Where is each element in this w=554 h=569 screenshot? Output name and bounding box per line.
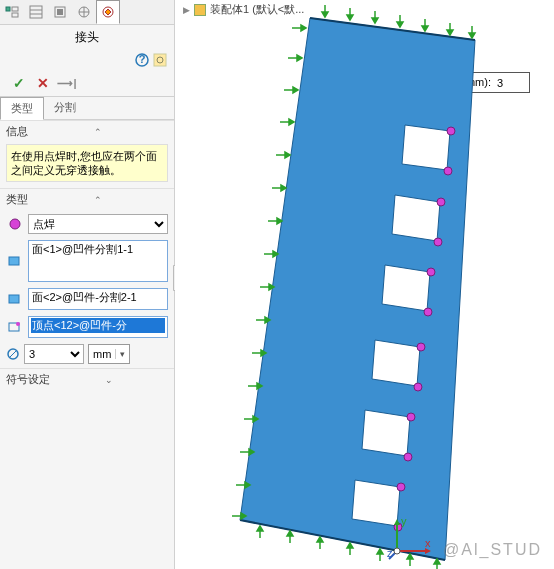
- svg-marker-91: [257, 526, 263, 531]
- spot-weld-icon: [6, 215, 24, 233]
- panel-title: 接头: [0, 25, 174, 50]
- vertex-listbox[interactable]: 顶点<12>@凹件-分: [28, 316, 168, 338]
- symbol-section-header[interactable]: 符号设定 ⌄: [0, 368, 174, 390]
- collapse-icon: ⌃: [94, 195, 102, 205]
- svg-marker-81: [372, 18, 378, 23]
- subtab-row: 类型 分割: [0, 97, 174, 120]
- type-section-label: 类型: [6, 192, 28, 207]
- tab-dimxpert[interactable]: [72, 0, 96, 24]
- options-icon[interactable]: [152, 52, 168, 68]
- axis-x-label: x: [425, 537, 431, 549]
- svg-marker-105: [394, 519, 400, 525]
- axis-z-label: z: [387, 547, 393, 559]
- svg-marker-53: [285, 152, 290, 158]
- svg-marker-29: [372, 340, 420, 386]
- svg-marker-28: [382, 265, 430, 311]
- svg-point-37: [424, 308, 432, 316]
- diameter-value-select[interactable]: 3: [24, 344, 84, 364]
- help-icon[interactable]: ?: [134, 52, 150, 68]
- subtab-type[interactable]: 类型: [0, 97, 44, 120]
- subtab-split[interactable]: 分割: [44, 97, 86, 119]
- svg-point-41: [404, 453, 412, 461]
- svg-text:?: ?: [139, 53, 146, 65]
- face-set1-icon: [6, 252, 24, 270]
- pin-button[interactable]: ⟶|: [58, 74, 76, 92]
- chevron-down-icon: ▾: [115, 349, 129, 359]
- tab-property-mgr[interactable]: [24, 0, 48, 24]
- connector-type-select[interactable]: 点焊: [28, 214, 168, 234]
- collapse-icon: ⌃: [94, 127, 102, 137]
- face-set1-listbox[interactable]: 面<1>@凹件分割1-1: [28, 240, 168, 282]
- svg-point-16: [10, 219, 20, 229]
- diameter-unit-select[interactable]: mm ▾: [88, 344, 130, 364]
- svg-point-20: [16, 322, 20, 326]
- svg-point-40: [407, 413, 415, 421]
- feature-manager-tabs: [0, 0, 174, 25]
- svg-rect-17: [9, 257, 19, 265]
- svg-marker-51: [289, 119, 294, 125]
- tab-simulation[interactable]: [96, 0, 120, 24]
- svg-point-39: [414, 383, 422, 391]
- svg-rect-7: [57, 9, 63, 15]
- expand-icon: ⌄: [105, 375, 113, 385]
- svg-marker-97: [347, 543, 353, 548]
- svg-marker-49: [293, 87, 298, 93]
- list-item[interactable]: 面<2>@凹件-分割2-1: [31, 290, 165, 305]
- ok-button[interactable]: ✓: [10, 74, 28, 92]
- type-section-body: 点焊 面<1>@凹件分割1-1 面<2>@凹件-分割2-1 顶点<12>@凹件-…: [0, 210, 174, 368]
- svg-point-35: [434, 238, 442, 246]
- svg-marker-87: [447, 30, 453, 35]
- svg-rect-14: [154, 54, 166, 66]
- svg-marker-79: [347, 15, 353, 20]
- tab-config-mgr[interactable]: [48, 0, 72, 24]
- svg-rect-2: [12, 13, 18, 17]
- type-section-header[interactable]: 类型 ⌃: [0, 188, 174, 210]
- svg-rect-0: [6, 7, 10, 11]
- svg-rect-18: [9, 295, 19, 303]
- svg-marker-95: [317, 537, 323, 542]
- svg-point-109: [394, 548, 400, 554]
- svg-marker-93: [287, 531, 293, 536]
- list-item[interactable]: 面<1>@凹件分割1-1: [31, 242, 165, 257]
- svg-marker-23: [240, 18, 475, 560]
- svg-marker-99: [377, 549, 383, 554]
- svg-point-32: [447, 127, 455, 135]
- list-item[interactable]: 顶点<12>@凹件-分: [31, 318, 165, 333]
- svg-marker-45: [301, 25, 306, 31]
- model-3d: [175, 0, 554, 569]
- property-panel: 接头 ? ✓ ✕ ⟶| 类型 分割 信息 ⌃ 在使用点焊时,您也应在两个面之间定…: [0, 0, 175, 569]
- svg-point-34: [437, 198, 445, 206]
- svg-marker-83: [397, 22, 403, 27]
- svg-marker-89: [469, 33, 475, 38]
- svg-marker-27: [392, 195, 440, 241]
- svg-marker-77: [322, 12, 328, 17]
- info-section-label: 信息: [6, 124, 28, 139]
- svg-rect-1: [12, 7, 18, 11]
- info-section-header[interactable]: 信息 ⌃: [0, 120, 174, 142]
- unit-label: mm: [89, 348, 115, 360]
- symbol-section-label: 符号设定: [6, 372, 50, 387]
- svg-point-36: [427, 268, 435, 276]
- svg-point-42: [397, 483, 405, 491]
- svg-rect-3: [30, 6, 42, 18]
- diameter-icon: [6, 347, 20, 361]
- svg-marker-26: [402, 125, 450, 170]
- face-set2-icon: [6, 290, 24, 308]
- confirm-row: ✓ ✕ ⟶|: [0, 70, 174, 97]
- vertex-icon: [6, 318, 24, 336]
- face-set2-listbox[interactable]: 面<2>@凹件-分割2-1: [28, 288, 168, 310]
- svg-marker-85: [422, 26, 428, 31]
- svg-line-22: [9, 350, 17, 358]
- svg-point-38: [417, 343, 425, 351]
- info-text: 在使用点焊时,您也应在两个面之间定义无穿透接触。: [6, 144, 168, 182]
- svg-marker-47: [297, 55, 302, 61]
- cancel-button[interactable]: ✕: [34, 74, 52, 92]
- coordinate-triad[interactable]: y x z: [387, 513, 435, 561]
- svg-marker-55: [281, 185, 286, 191]
- axis-y-label: y: [401, 515, 407, 527]
- tab-feature-tree[interactable]: [0, 0, 24, 24]
- svg-marker-30: [362, 410, 410, 456]
- graphics-viewport[interactable]: ▶ 装配体1 (默认<默... 点焊直径 (mm):: [175, 0, 554, 569]
- svg-point-33: [444, 167, 452, 175]
